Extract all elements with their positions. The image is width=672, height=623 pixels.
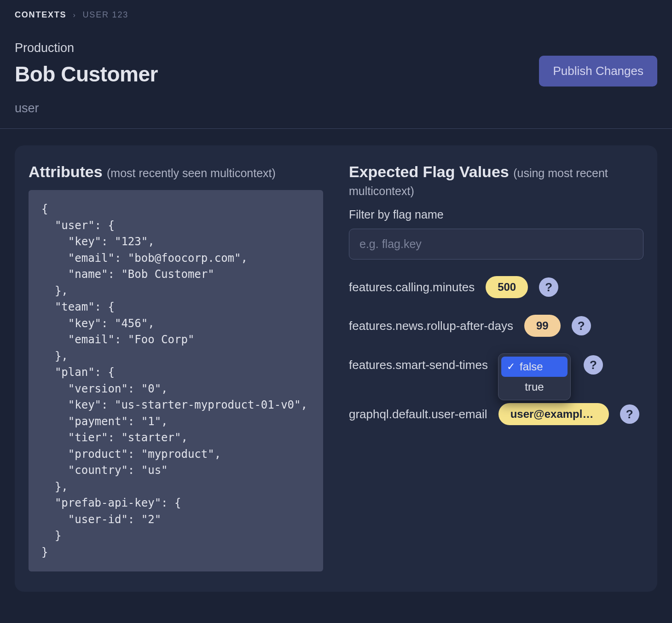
expected-column: Expected Flag Values (using most recent … bbox=[349, 163, 643, 571]
dropdown-option-label: true bbox=[525, 381, 544, 393]
help-icon[interactable]: ? bbox=[572, 316, 591, 335]
environment-label: Production bbox=[15, 41, 158, 55]
dropdown-option-true[interactable]: true bbox=[501, 377, 568, 397]
page-title: Bob Customer bbox=[15, 62, 158, 87]
expected-heading-text: Expected Flag Values bbox=[349, 163, 509, 180]
flag-value-pill[interactable]: 500 bbox=[486, 276, 528, 298]
filter-flag-input[interactable] bbox=[349, 229, 643, 260]
flag-name: features.news.rollup-after-days bbox=[349, 319, 513, 333]
check-icon: ✓ bbox=[507, 361, 515, 373]
help-icon[interactable]: ? bbox=[620, 404, 639, 424]
context-type-label: user bbox=[15, 101, 657, 115]
flag-name: features.smart-send-times bbox=[349, 358, 488, 372]
dropdown-option-label: false bbox=[520, 360, 543, 373]
help-icon[interactable]: ? bbox=[539, 277, 558, 297]
flag-value-dropdown[interactable]: ✓ false true bbox=[498, 353, 571, 400]
flag-row: features.smart-send-times ✓ false true ? bbox=[349, 353, 643, 376]
flag-value-pill[interactable]: user@example.... bbox=[498, 403, 609, 425]
help-icon[interactable]: ? bbox=[584, 355, 603, 375]
flag-name: graphql.default.user-email bbox=[349, 407, 487, 421]
flag-row: features.news.rollup-after-days 99 ? bbox=[349, 315, 643, 337]
attributes-heading: Attributes (most recently seen multicont… bbox=[29, 163, 323, 181]
flag-row: graphql.default.user-email user@example.… bbox=[349, 403, 643, 425]
breadcrumb-root[interactable]: Contexts bbox=[15, 10, 66, 20]
publish-changes-button[interactable]: Publish Changes bbox=[539, 56, 657, 87]
filter-label: Filter by flag name bbox=[349, 208, 643, 221]
main-card: Attributes (most recently seen multicont… bbox=[15, 145, 657, 592]
breadcrumb-leaf: User 123 bbox=[83, 10, 128, 20]
flag-name: features.calling.minutes bbox=[349, 280, 475, 294]
attributes-json: { "user": { "key": "123", "email": "bob@… bbox=[29, 190, 323, 571]
attributes-heading-text: Attributes bbox=[29, 163, 103, 180]
attributes-note: (most recently seen multicontext) bbox=[107, 167, 276, 179]
chevron-right-icon: › bbox=[73, 11, 76, 19]
flag-value-pill[interactable]: 99 bbox=[524, 315, 561, 337]
expected-heading: Expected Flag Values (using most recent … bbox=[349, 163, 643, 199]
attributes-column: Attributes (most recently seen multicont… bbox=[29, 163, 323, 571]
flag-row: features.calling.minutes 500 ? bbox=[349, 276, 643, 298]
breadcrumb: Contexts › User 123 bbox=[15, 10, 657, 20]
dropdown-option-false[interactable]: ✓ false bbox=[501, 357, 568, 377]
